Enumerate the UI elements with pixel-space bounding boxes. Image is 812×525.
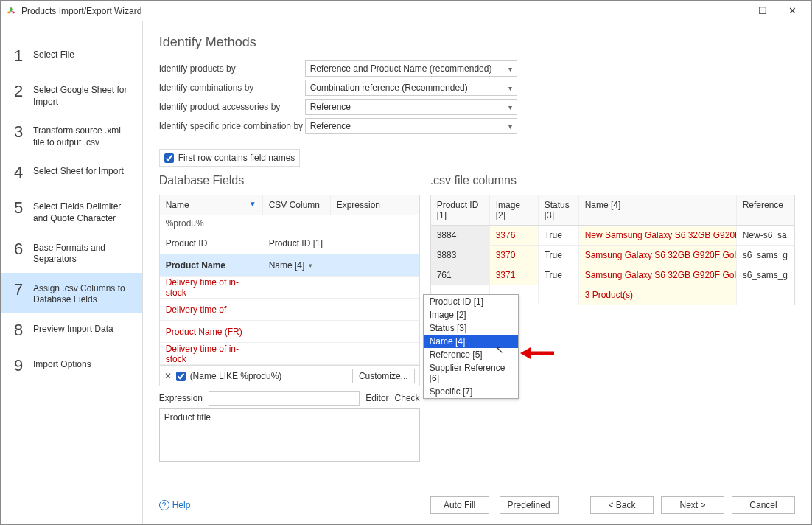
wizard-page: Identify Methods Identify products byRef… [143, 21, 811, 524]
csv-summary: 3 Product(s) [579, 285, 737, 305]
db-fields-grid: Name ▼ CSV Column Expression %produ% Pro… [159, 195, 420, 366]
app-icon [5, 5, 17, 17]
expression-input[interactable] [209, 391, 360, 406]
csv-col-name[interactable]: Name [4] [579, 195, 737, 225]
expression-check-link[interactable]: Check [395, 393, 420, 403]
identify-methods-form: Identify products byReference and Produc… [159, 60, 795, 137]
wizard-step-3[interactable]: 3Transform source .xml file to output .c… [1, 115, 142, 156]
first-row-checkbox[interactable]: First row contains field names [159, 149, 301, 167]
csv-cell-pid: 761 [431, 265, 490, 285]
wizard-window: Products Import/Export Wizard ☐ ✕ 1Selec… [0, 0, 812, 525]
dropdown-option[interactable]: Specific [7] [424, 385, 518, 398]
wizard-step-4[interactable]: 4Select Sheet for Import [1, 156, 142, 191]
first-row-checkbox-input[interactable] [164, 153, 174, 163]
dropdown-option[interactable]: Image [2] [424, 308, 518, 321]
customize-button[interactable]: Customize... [352, 369, 415, 383]
annotation-arrow [519, 344, 556, 364]
identify-select[interactable]: Reference and Product Name (recommended)… [305, 60, 517, 77]
db-field-name: Delivery time of in-stock [160, 344, 263, 364]
expression-textarea[interactable]: Product title [159, 408, 420, 462]
csv-row[interactable]: 7613371TrueSamsung Galaxy S6 32GB G920F … [431, 265, 794, 285]
chevron-down-icon: ▾ [508, 103, 512, 111]
identify-label: Identify product accessories by [159, 102, 305, 112]
maximize-button[interactable]: ☐ [748, 1, 777, 21]
csv-col-pid[interactable]: Product ID [1] [431, 195, 490, 225]
db-field-name: Product Name [160, 260, 263, 271]
wizard-step-9[interactable]: 9Import Options [1, 349, 142, 384]
db-field-name: Product Name (FR) [160, 327, 263, 337]
expression-editor-link[interactable]: Editor [365, 393, 388, 403]
col-expr-header[interactable]: Expression [331, 195, 419, 215]
identify-select[interactable]: Reference▾ [305, 118, 517, 134]
wizard-footer: ? Help < Back Next > Cancel [159, 496, 795, 514]
cancel-button[interactable]: Cancel [732, 496, 795, 514]
step-number: 9 [14, 356, 33, 375]
filter-enabled-checkbox[interactable] [176, 372, 186, 381]
db-field-name: Product ID [160, 238, 263, 248]
filter-icon[interactable]: ▼ [249, 200, 256, 210]
csv-grid-header: Product ID [1] Image [2] Status [3] Name… [431, 195, 794, 226]
wizard-step-5[interactable]: 5Select Fields Delimiter and Quote Chara… [1, 191, 142, 232]
identify-row: Identify products byReference and Produc… [159, 60, 795, 77]
step-number: 8 [14, 321, 33, 340]
filter-text: (Name LIKE %produ%) [190, 371, 282, 381]
wizard-step-2[interactable]: 2Select Google Sheet for Import [1, 74, 142, 115]
close-button[interactable]: ✕ [777, 1, 807, 21]
col-name-header[interactable]: Name ▼ [160, 195, 263, 215]
wizard-step-6[interactable]: 6Base Formats and Separators [1, 232, 142, 273]
chevron-down-icon: ▾ [508, 84, 512, 92]
col-csv-header[interactable]: CSV Column [263, 195, 331, 215]
csv-row[interactable]: 38833370TrueSamsung Galaxy S6 32GB G920F… [431, 246, 794, 265]
db-field-row[interactable]: Delivery time of in-stock [160, 343, 419, 365]
identify-row: Identify specific price combination byRe… [159, 118, 795, 134]
csv-row[interactable]: 38843376TrueNew Samsung Galaxy S6 32GB G… [431, 226, 794, 246]
identify-row: Identify combinations byCombination refe… [159, 80, 795, 96]
db-field-row[interactable]: Delivery time of [160, 299, 419, 321]
step-number: 2 [14, 82, 33, 101]
wizard-step-8[interactable]: 8Preview Import Data [1, 313, 142, 349]
db-field-row[interactable]: Product Name (FR) [160, 321, 419, 343]
csv-cell-ref: s6_sams_g [737, 265, 794, 285]
csv-cell-ref: New-s6_sa [737, 226, 794, 245]
step-number: 1 [14, 46, 33, 66]
dropdown-option[interactable]: Status [3] [424, 321, 518, 335]
help-link[interactable]: ? Help [159, 500, 191, 510]
expression-row: Expression Editor Check [159, 391, 420, 406]
chevron-down-icon: ▾ [309, 262, 312, 269]
csv-col-ref[interactable]: Reference [737, 195, 794, 225]
db-fields-heading: Database Fields [159, 174, 420, 187]
db-field-row[interactable]: Product NameName [4]▾ [160, 254, 419, 277]
csv-cell-name: New Samsung Galaxy S6 32GB G920F Gold [579, 226, 737, 245]
step-label: Select Fields Delimiter and Quote Charac… [33, 198, 132, 224]
step-label: Assign .csv Columns to Database Fields [33, 280, 132, 306]
clear-filter-icon[interactable]: ✕ [164, 371, 172, 381]
wizard-step-1[interactable]: 1Select File [1, 39, 142, 74]
step-number: 5 [14, 198, 33, 218]
help-icon: ? [159, 500, 169, 510]
identify-label: Identify combinations by [159, 83, 305, 93]
csv-col-img[interactable]: Image [2] [490, 195, 539, 225]
db-field-csv[interactable]: Product ID [1] [263, 238, 359, 248]
step-label: Transform source .xml file to output .cs… [33, 122, 132, 148]
cursor-icon: ↖ [495, 344, 504, 355]
wizard-step-7[interactable]: 7Assign .csv Columns to Database Fields [1, 273, 142, 313]
step-number: 3 [14, 122, 33, 142]
step-label: Import Options [33, 356, 91, 371]
db-field-csv[interactable]: Name [4]▾ [263, 260, 359, 271]
expression-label: Expression [159, 393, 203, 403]
back-button[interactable]: < Back [590, 496, 654, 514]
step-number: 4 [14, 163, 33, 182]
next-button[interactable]: Next > [661, 496, 724, 514]
csv-column-dropdown[interactable]: Product ID [1]Image [2]Status [3]Name [4… [423, 294, 519, 399]
dropdown-option[interactable]: Product ID [1] [424, 295, 518, 308]
db-field-row[interactable]: Delivery time of in-stock [160, 277, 419, 299]
window-title: Products Import/Export Wizard [21, 6, 748, 16]
dropdown-option[interactable]: Supplier Reference [6] [424, 361, 518, 385]
db-filter-input[interactable]: %produ% [160, 215, 419, 232]
identify-select[interactable]: Combination reference (Recommended)▾ [305, 80, 517, 96]
csv-cell-status: True [539, 226, 579, 245]
csv-col-status[interactable]: Status [3] [539, 195, 579, 225]
identify-select[interactable]: Reference▾ [305, 99, 517, 115]
db-field-row[interactable]: Product IDProduct ID [1] [160, 232, 419, 254]
step-label: Preview Import Data [33, 321, 113, 335]
